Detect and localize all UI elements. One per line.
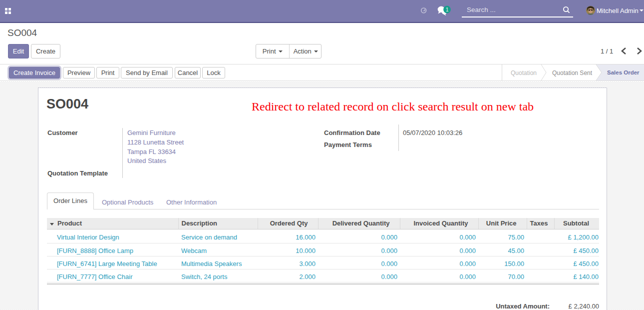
svg-text:1: 1 xyxy=(446,6,449,12)
